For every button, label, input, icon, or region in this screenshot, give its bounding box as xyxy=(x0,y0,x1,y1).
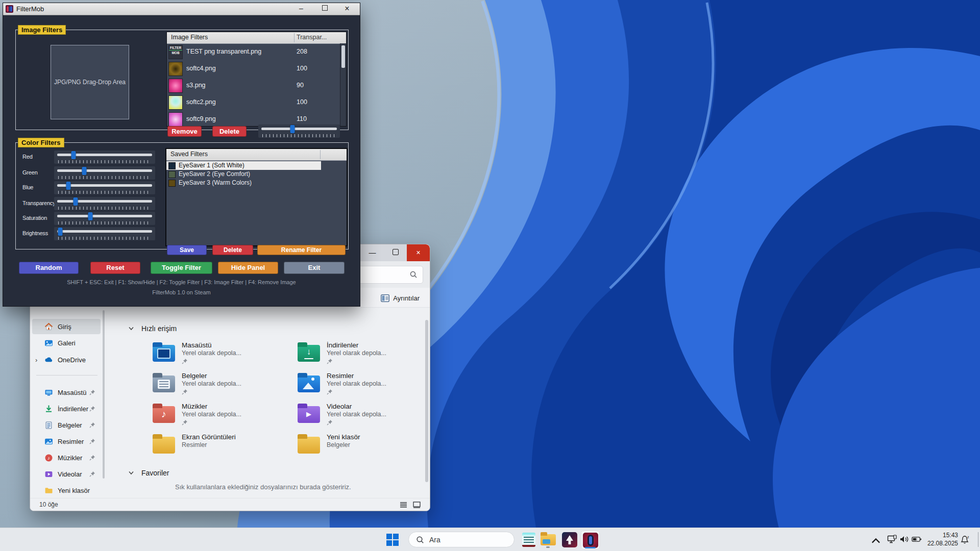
details-toggle-button[interactable]: Ayrıntılar xyxy=(381,292,420,304)
pin-icon xyxy=(89,406,95,412)
reset-button[interactable]: Reset xyxy=(90,262,140,274)
filtermob-window: FilterMob – × Image Filters JPG/PNG Drag… xyxy=(3,3,360,307)
red-slider[interactable] xyxy=(54,151,155,164)
sidebar-item-home[interactable]: Giriş xyxy=(32,319,101,334)
image-filters-list-header[interactable]: Image Filters Transpar... xyxy=(167,32,346,44)
explorer-maximize-button[interactable] xyxy=(384,244,407,261)
notification-bell-dnd-icon[interactable]: z xyxy=(960,535,970,544)
sidebar-item-documents[interactable]: Belgeler xyxy=(32,417,101,433)
favorites-section-header[interactable]: Favoriler xyxy=(128,469,169,477)
slider-thumb[interactable] xyxy=(290,125,295,133)
details-view-icon[interactable] xyxy=(400,502,407,508)
network-icon[interactable] xyxy=(887,535,897,544)
list-scrollbar[interactable] xyxy=(340,43,346,126)
save-filter-button[interactable]: Save xyxy=(167,245,207,255)
taskbar-search[interactable]: Ara xyxy=(408,532,514,547)
column-name: Image Filters xyxy=(171,34,208,41)
explorer-minimize-button[interactable]: — xyxy=(361,244,384,261)
quick-access-section-header[interactable]: Hızlı erişim xyxy=(128,324,177,333)
quick-access-item-screenshots[interactable]: Ekran Görüntüleri Resimler xyxy=(153,433,298,464)
blue-slider[interactable] xyxy=(54,181,155,194)
sidebar-item-videos[interactable]: Videolar xyxy=(32,466,101,482)
slider-track[interactable] xyxy=(57,230,152,233)
slider-thumb[interactable] xyxy=(71,151,76,159)
image-filter-row[interactable]: softc4.png 100 xyxy=(167,60,340,77)
slider-track[interactable] xyxy=(57,215,152,217)
slider-track[interactable] xyxy=(261,128,337,130)
sidebar-item-gallery[interactable]: Galeri xyxy=(32,335,101,350)
filtermob-close-button[interactable]: × xyxy=(338,3,356,14)
start-button[interactable] xyxy=(383,531,401,548)
saved-filter-row[interactable]: EyeSaver 2 (Eye Comfort) xyxy=(166,170,347,179)
saved-filter-row[interactable]: EyeSaver 1 (Soft White) xyxy=(166,161,321,170)
explorer-close-button[interactable]: × xyxy=(407,244,430,261)
slider-track[interactable] xyxy=(57,169,152,172)
rename-filter-button[interactable]: Rename Filter xyxy=(257,245,346,255)
quick-access-item-videos[interactable]: ▶ Videolar Yerel olarak depola... xyxy=(298,403,430,433)
sidebar-item-desktop[interactable]: Masaüstü xyxy=(32,385,101,400)
slider-thumb[interactable] xyxy=(66,182,70,190)
slider-thumb[interactable] xyxy=(82,167,87,175)
saved-filter-label: EyeSaver 3 (Warm Colors) xyxy=(179,179,252,186)
quick-access-item-music[interactable]: ♪ Müzikler Yerel olarak depola... xyxy=(153,403,298,433)
volume-icon[interactable] xyxy=(899,535,910,544)
sidebar-item-onedrive[interactable]: › OneDrive xyxy=(32,352,101,367)
slider-thumb[interactable] xyxy=(58,228,62,236)
toggle-filter-button[interactable]: Toggle Filter xyxy=(151,262,212,274)
hide-panel-button[interactable]: Hide Panel xyxy=(218,262,278,274)
new-folder-icon xyxy=(298,437,320,454)
large-icons-view-icon[interactable] xyxy=(413,502,421,508)
taskbar-notepad-icon[interactable] xyxy=(520,531,537,548)
random-button[interactable]: Random xyxy=(19,262,79,274)
sidebar-item-new-folder[interactable]: Yeni klasör xyxy=(32,483,101,498)
saved-filters-header[interactable]: Saved Filters xyxy=(166,149,347,161)
brightness-slider-label: Brightness xyxy=(22,230,48,236)
slider-track[interactable] xyxy=(57,200,152,203)
green-slider[interactable] xyxy=(54,166,155,180)
sidebar-item-music[interactable]: ♪ Müzikler xyxy=(32,450,101,465)
saved-filter-row[interactable]: EyeSaver 3 (Warm Colors) xyxy=(166,179,347,187)
taskbar-clock[interactable]: 15:43 22.08.2025 xyxy=(927,531,958,547)
slider-ticks xyxy=(58,160,151,163)
sidebar-item-pictures[interactable]: Resimler xyxy=(32,434,101,449)
slider-thumb[interactable] xyxy=(73,197,78,206)
quick-access-item-new-folder[interactable]: Yeni klasör Belgeler xyxy=(298,433,430,464)
exit-button[interactable]: Exit xyxy=(284,262,345,274)
chevron-down-icon[interactable] xyxy=(128,325,134,332)
scrollbar-thumb[interactable] xyxy=(341,45,345,68)
column-divider[interactable] xyxy=(294,33,295,42)
content-scrollbar[interactable] xyxy=(425,320,428,482)
image-transparency-slider[interactable] xyxy=(258,124,340,138)
chevron-down-icon[interactable] xyxy=(128,470,134,476)
slider-thumb[interactable] xyxy=(88,212,93,220)
taskbar-arrow-app-icon[interactable] xyxy=(560,531,578,548)
show-desktop-button[interactable] xyxy=(978,532,978,547)
quick-access-item-desktop[interactable]: Masaüstü Yerel olarak depola... xyxy=(153,341,298,372)
explorer-statusbar: 10 öğe xyxy=(30,498,430,511)
image-filter-row[interactable]: softc2.png 100 xyxy=(167,94,340,111)
transparency-slider[interactable] xyxy=(54,197,155,210)
chevron-right-icon[interactable]: › xyxy=(35,356,37,364)
image-dropzone[interactable]: JPG/PNG Drag-Drop Area xyxy=(51,45,129,119)
brightness-slider[interactable] xyxy=(54,227,155,240)
shortcuts-help-text: SHIFT + ESC: Exit | F1: Show/Hide | F2: … xyxy=(3,279,360,285)
filtermob-maximize-button[interactable] xyxy=(316,3,333,14)
slider-track[interactable] xyxy=(57,184,152,187)
column-divider[interactable] xyxy=(320,150,321,159)
delete-image-button[interactable]: Delete xyxy=(212,126,247,137)
image-filter-row[interactable]: FILTER MOB TEST png transparent.png 208 xyxy=(167,43,340,60)
remove-image-button[interactable]: Remove xyxy=(167,126,202,137)
delete-filter-button[interactable]: Delete xyxy=(212,245,253,255)
quick-access-item-documents[interactable]: Belgeler Yerel olarak depola... xyxy=(153,372,298,403)
quick-access-item-pictures[interactable]: Resimler Yerel olarak depola... xyxy=(298,372,430,403)
filtermob-minimize-button[interactable]: – xyxy=(292,3,310,14)
tray-chevron-up-icon[interactable] xyxy=(871,536,881,545)
sidebar-item-downloads[interactable]: İndirilenler xyxy=(32,401,101,416)
filtermob-titlebar[interactable]: FilterMob – × xyxy=(3,3,360,15)
quick-access-item-downloads[interactable]: ↓ İndirilenler Yerel olarak depola... xyxy=(298,341,430,372)
image-filter-row[interactable]: s3.png 90 xyxy=(167,77,340,94)
battery-icon[interactable] xyxy=(912,535,922,544)
saturation-slider[interactable] xyxy=(54,212,155,225)
taskbar-explorer-icon[interactable] xyxy=(539,531,557,548)
taskbar-filtermob-icon[interactable] xyxy=(581,531,600,549)
